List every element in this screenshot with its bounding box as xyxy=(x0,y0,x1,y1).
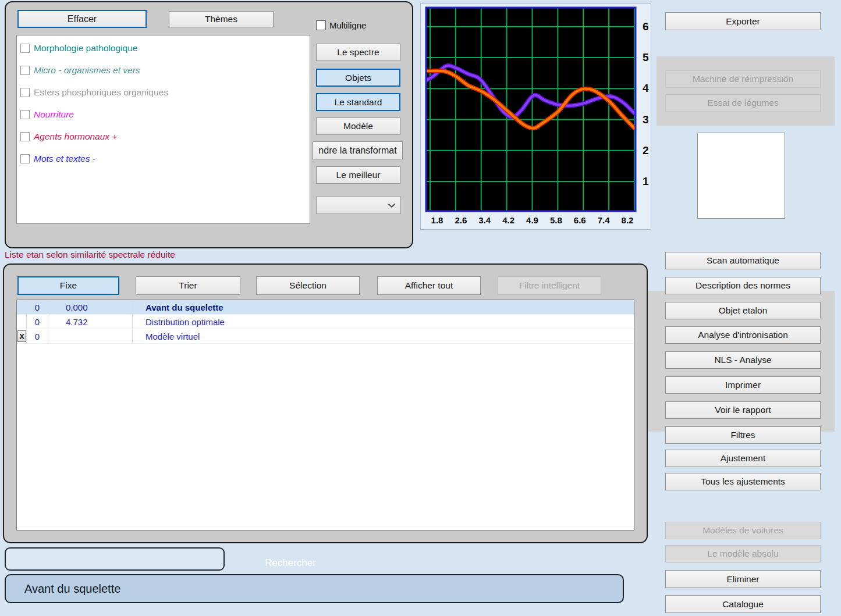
svg-text:5: 5 xyxy=(643,51,649,63)
tous-les-ajustements-button[interactable]: Tous les ajustements xyxy=(665,473,821,490)
row-name-cell: Modèle virtuel xyxy=(133,329,634,343)
fixe-button[interactable]: Fixe xyxy=(17,276,119,295)
svg-text:7.4: 7.4 xyxy=(598,215,611,225)
catalogue-button[interactable]: Catalogue xyxy=(665,595,821,613)
svg-text:6.6: 6.6 xyxy=(574,215,586,225)
effacer-button[interactable]: Effacer xyxy=(17,10,147,28)
scan-automatique-button[interactable]: Scan automatique xyxy=(665,252,821,269)
svg-text:1.8: 1.8 xyxy=(431,215,443,225)
category-item-agents-hormonaux[interactable]: Agents hormonaux + xyxy=(17,126,310,148)
prendre-la-transformation-button[interactable]: ndre la transformat xyxy=(313,141,403,159)
category-item-micro-organismes[interactable]: Micro - organismes et vers xyxy=(17,59,310,81)
row-name-cell: Distribution optimale xyxy=(133,315,634,329)
svg-text:4: 4 xyxy=(643,82,649,94)
svg-text:4.2: 4.2 xyxy=(502,215,514,225)
row-count-cell: 0 xyxy=(27,329,48,343)
row-flag-cell xyxy=(17,315,27,329)
svg-text:5.8: 5.8 xyxy=(550,215,562,225)
results-panel: Fixe Trier Sélection Afficher tout Filtr… xyxy=(3,264,648,543)
svg-text:3: 3 xyxy=(643,113,649,126)
modeles-de-voitures-button: Modèles de voitures xyxy=(665,522,821,539)
imprimer-button[interactable]: Imprimer xyxy=(665,376,821,394)
spectrum-chart: 1.82.63.44.24.95.86.67.48.2123456 xyxy=(421,4,651,229)
svg-text:6: 6 xyxy=(643,20,649,33)
selection-button[interactable]: Sélection xyxy=(256,276,360,295)
svg-text:3.4: 3.4 xyxy=(478,215,491,225)
category-item-morphologie[interactable]: Morphologie pathologique xyxy=(17,37,310,59)
checkbox-icon[interactable] xyxy=(20,132,30,141)
checkbox-icon[interactable] xyxy=(20,88,30,97)
table-row[interactable]: 0 0.000 Avant du squelette xyxy=(17,300,634,315)
filtres-button[interactable]: Filtres xyxy=(665,426,821,444)
objets-button[interactable]: Objets xyxy=(316,69,400,87)
eliminer-button[interactable]: Eliminer xyxy=(665,570,821,588)
row-flag-cell: X xyxy=(17,329,27,343)
checkbox-icon[interactable] xyxy=(316,20,326,30)
multiline-label: Multiligne xyxy=(329,20,366,30)
le-standard-button[interactable]: Le standard xyxy=(316,93,400,111)
afficher-tout-button[interactable]: Afficher tout xyxy=(377,276,481,295)
results-table: 0 0.000 Avant du squelette 0 4.732 Distr… xyxy=(16,300,634,530)
le-meilleur-button[interactable]: Le meilleur xyxy=(316,166,400,184)
table-row[interactable]: X 0 Modèle virtuel xyxy=(17,329,634,344)
voir-le-rapport-button[interactable]: Voir le rapport xyxy=(665,401,821,419)
table-row[interactable]: 0 4.732 Distribution optimale xyxy=(17,315,634,329)
svg-text:2: 2 xyxy=(643,144,649,156)
modele-button[interactable]: Modèle xyxy=(316,117,400,135)
nls-analyse-button[interactable]: NLS - Analyse xyxy=(665,351,821,369)
svg-text:4.9: 4.9 xyxy=(526,215,538,225)
checkbox-icon[interactable] xyxy=(20,154,30,163)
checkbox-icon[interactable] xyxy=(20,110,30,119)
reprint-panel: Machine de réimpression Essai de légumes xyxy=(657,56,835,126)
checkbox-icon[interactable] xyxy=(20,44,30,53)
checkbox-icon[interactable] xyxy=(20,66,30,75)
row-name-cell: Avant du squelette xyxy=(133,300,634,314)
svg-text:1: 1 xyxy=(643,175,649,187)
le-modele-absolu-button: Le modèle absolu xyxy=(665,545,821,562)
exporter-button[interactable]: Exporter xyxy=(665,12,821,30)
machine-reimpression-button: Machine de réimpression xyxy=(665,70,821,88)
category-item-nourriture[interactable]: Nourriture xyxy=(17,104,310,126)
spectrum-dropdown[interactable] xyxy=(316,197,401,214)
svg-text:2.6: 2.6 xyxy=(455,215,467,225)
categories-listbox[interactable]: Morphologie pathologique Micro - organis… xyxy=(16,35,310,224)
rechercher-label: Rechercher xyxy=(265,557,316,569)
row-value-cell: 4.732 xyxy=(48,315,133,329)
selected-item-text: Avant du squelette xyxy=(24,582,120,596)
preview-box xyxy=(697,133,785,219)
category-item-esters[interactable]: Esters phosphoriques organiques xyxy=(17,81,310,104)
row-value-cell: 0.000 xyxy=(48,300,133,314)
le-spectre-button[interactable]: Le spectre xyxy=(316,44,400,61)
ajustement-button[interactable]: Ajustement xyxy=(665,450,821,467)
objet-etalon-button[interactable]: Objet etalon xyxy=(665,302,821,319)
essai-legumes-button: Essai de légumes xyxy=(665,94,821,112)
analyse-intronisation-button[interactable]: Analyse d'intronisation xyxy=(665,326,821,344)
app-window: Effacer Thèmes Morphologie pathologique … xyxy=(0,0,841,616)
selected-item-bar: Avant du squelette xyxy=(5,574,624,603)
themes-button[interactable]: Thèmes xyxy=(169,11,274,27)
description-des-normes-button[interactable]: Description des normes xyxy=(665,277,821,294)
multiline-checkbox[interactable]: Multiligne xyxy=(316,20,366,30)
svg-text:8.2: 8.2 xyxy=(622,215,634,225)
row-count-cell: 0 xyxy=(27,315,48,329)
chevron-down-icon xyxy=(388,203,396,208)
filtre-intelligent-button: Filtre intelligent xyxy=(498,276,601,295)
row-flag-cell xyxy=(17,300,27,314)
categories-panel: Effacer Thèmes Morphologie pathologique … xyxy=(5,1,413,248)
search-input[interactable] xyxy=(5,547,225,571)
row-count-cell: 0 xyxy=(27,300,48,314)
row-value-cell xyxy=(48,329,133,343)
list-section-title: Liste etan selon similarité spectrale ré… xyxy=(5,250,175,260)
x-mark-button[interactable]: X xyxy=(17,330,26,342)
category-item-mots-et-textes[interactable]: Mots et textes - xyxy=(17,148,310,170)
trier-button[interactable]: Trier xyxy=(136,276,240,295)
spectrum-chart-panel: 1.82.63.44.24.95.86.67.48.2123456 xyxy=(420,3,651,230)
